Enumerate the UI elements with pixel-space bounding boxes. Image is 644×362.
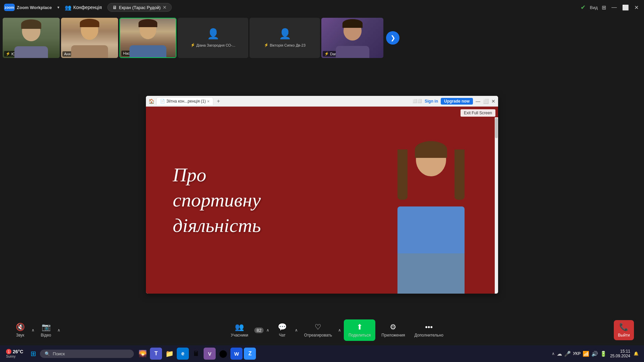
files-icon: 📁: [165, 350, 174, 358]
react-label: Отреагировать: [304, 333, 332, 338]
taskbar-app-chrome[interactable]: ⬤: [217, 348, 229, 360]
chat-btn[interactable]: 💬 Чат: [272, 320, 292, 340]
conference-label: Конференція: [73, 5, 102, 10]
zoom-logo-icon: zoom: [4, 4, 15, 11]
apps-label: Приложения: [381, 333, 405, 338]
date-display: 25.09.2024: [610, 354, 630, 358]
participant-thumb-nastya[interactable]: Настя Руденко ДВП-23: [119, 18, 176, 58]
mic-icon-danil: ⚡: [324, 52, 329, 56]
scrollbar-thumb[interactable]: [495, 118, 498, 138]
more-icon: •••: [425, 323, 433, 331]
tray-expand-icon[interactable]: ∧: [552, 351, 555, 356]
maximize-btn[interactable]: ⬜: [621, 4, 630, 11]
exit-btn[interactable]: 📞 Выйти: [614, 320, 634, 340]
close-btn[interactable]: ✕: [633, 4, 640, 11]
start-button[interactable]: ⊞: [26, 347, 40, 360]
react-icon: ♡: [315, 323, 321, 331]
share-btn[interactable]: ⬆ Поделиться: [344, 319, 375, 341]
react-btn[interactable]: ♡ Отреагировать: [301, 320, 335, 340]
security-icon: ✔: [581, 4, 586, 11]
workplace-label: Zoom Workplace: [17, 5, 52, 10]
mic-icon-yulia: ⚡: [6, 52, 10, 56]
taskbar-app-files[interactable]: 📁: [163, 348, 175, 360]
upgrade-btn[interactable]: Upgrade now: [441, 98, 473, 105]
taskbar-app-viber[interactable]: V: [204, 348, 216, 360]
browser-window: 🏠 📄 Зіітна кон...ренція (1) ✕ + ⬜⬜ Sign …: [146, 96, 498, 294]
sound-btn[interactable]: 🔇 Звук: [10, 320, 30, 340]
exit-fullscreen-btn[interactable]: Exit Full Screen: [461, 109, 495, 117]
browser-scrollbar[interactable]: [495, 117, 498, 294]
taskbar-app-calc[interactable]: 🖩: [190, 348, 202, 360]
sound-label: Звук: [16, 333, 24, 338]
participant-thumb-viktoria[interactable]: 👤 ⚡ Вікторія Сипко Дв-23: [250, 18, 320, 58]
view-label: Вид: [590, 5, 598, 10]
taskbar-tray: ∧ ☁ 🎤 УКР 📶 🔊 🔋: [552, 351, 607, 357]
participants-bar: ⚡ Юлія Кулінка Аня Мамон Настя Руденко Д…: [0, 15, 644, 61]
wifi-icon[interactable]: 📶: [583, 351, 589, 357]
presentation-line1: Про: [173, 162, 261, 187]
participant-thumb-diana[interactable]: 👤 ⚡ Діана Загородня СО-...: [178, 18, 248, 58]
participants-btn[interactable]: 👥 Учасники: [227, 320, 252, 340]
presentation-line2: спортивну: [173, 187, 261, 213]
video-btn[interactable]: 📷 Відео: [36, 320, 56, 340]
participant-thumb-danil[interactable]: ⚡ Danil Kovru TOA-21: [321, 18, 383, 58]
video-icon: 📷: [42, 323, 51, 331]
participant-label-viktoria: ⚡ Вікторія Сипко Дв-23: [262, 42, 307, 48]
notification-icon[interactable]: 🔔: [634, 351, 639, 356]
taskbar-search[interactable]: 🔍 Поиск: [40, 350, 134, 358]
video-chevron[interactable]: ∧: [57, 328, 60, 333]
cloud-icon[interactable]: ☁: [557, 351, 562, 357]
taskbar-app-zoom[interactable]: Z: [244, 348, 256, 360]
browser-titlebar: 🏠 📄 Зіітна кон...ренція (1) ✕ + ⬜⬜ Sign …: [146, 96, 498, 107]
participant-thumb-anya[interactable]: Аня Мамон: [61, 18, 118, 58]
tab-close-btn[interactable]: ✕: [207, 100, 210, 103]
toolbar-center: 👥 Учасники 82 ∧ 💬 Чат ∧ ♡ Отреагировать …: [227, 319, 447, 341]
share-label: Поделиться: [348, 333, 371, 338]
taskbar-time[interactable]: 15:11 25.09.2024: [610, 349, 630, 358]
language-label[interactable]: УКР: [573, 351, 581, 356]
taskbar-app-word[interactable]: W: [230, 348, 243, 360]
time-display: 15:11: [620, 349, 630, 354]
tab-label: Зіітна кон...ренція (1): [166, 99, 206, 104]
browser-tab[interactable]: 📄 Зіітна кон...ренція (1) ✕: [156, 97, 213, 105]
conference-menu[interactable]: 👥 Конференція: [65, 4, 102, 11]
sound-icon: 🔇: [16, 323, 25, 331]
chat-label: Чат: [279, 333, 285, 338]
browser-close-btn[interactable]: ✕: [491, 99, 495, 104]
browser-minimize-btn[interactable]: —: [476, 99, 480, 104]
app-dropdown-btn[interactable]: ▾: [57, 5, 59, 10]
mic-icon-viktoria: ⚡: [264, 43, 269, 47]
windows-logo-icon: ⊞: [31, 350, 36, 358]
search-icon: 🔍: [45, 351, 50, 356]
taskbar-app-teams[interactable]: T: [150, 348, 162, 360]
screen-share-button[interactable]: 🖥 Екран (Тарас Рудой) ✕: [107, 3, 172, 12]
battery-icon[interactable]: 🔋: [600, 351, 607, 357]
exit-icon: 📞: [619, 323, 628, 331]
mic-tray-icon[interactable]: 🎤: [564, 351, 571, 357]
chrome-icon: ⬤: [219, 349, 227, 358]
sign-in-btn[interactable]: Sign in: [425, 99, 438, 104]
more-btn[interactable]: ••• Дополнительно: [411, 320, 447, 340]
participants-count: 82: [254, 327, 264, 333]
browser-maximize-btn[interactable]: ⬜: [483, 99, 489, 104]
volume-icon[interactable]: 🔊: [591, 351, 598, 357]
participants-chevron[interactable]: ∧: [266, 328, 269, 333]
presentation-area: Про спортивну діяльність: [146, 107, 498, 294]
apps-btn[interactable]: ⚙ Приложения: [378, 320, 408, 340]
chat-chevron[interactable]: ∧: [295, 328, 298, 333]
home-icon[interactable]: 🏠: [149, 99, 154, 104]
participants-nav-next[interactable]: ❯: [386, 31, 399, 45]
browser-controls-right: ⬜⬜ Sign in Upgrade now — ⬜ ✕: [413, 98, 495, 105]
taskbar-app-landscape[interactable]: 🌄: [137, 348, 149, 360]
add-tab-btn[interactable]: +: [215, 98, 221, 104]
taskbar-app-edge[interactable]: e: [177, 348, 189, 360]
top-bar-right: ✔ Вид ⊞ — ⬜ ✕: [581, 4, 640, 11]
sound-chevron[interactable]: ∧: [32, 328, 35, 333]
screen-share-label: Екран (Тарас Рудой): [119, 5, 161, 10]
presentation-line3: діяльність: [173, 213, 261, 238]
participant-thumb-yulia[interactable]: ⚡ Юлія Кулінка: [3, 18, 60, 58]
react-chevron[interactable]: ∧: [338, 328, 341, 333]
video-label: Відео: [41, 333, 51, 338]
minimize-btn[interactable]: —: [610, 4, 618, 11]
taskbar-weather[interactable]: 1 26°C Sunny: [3, 349, 26, 358]
